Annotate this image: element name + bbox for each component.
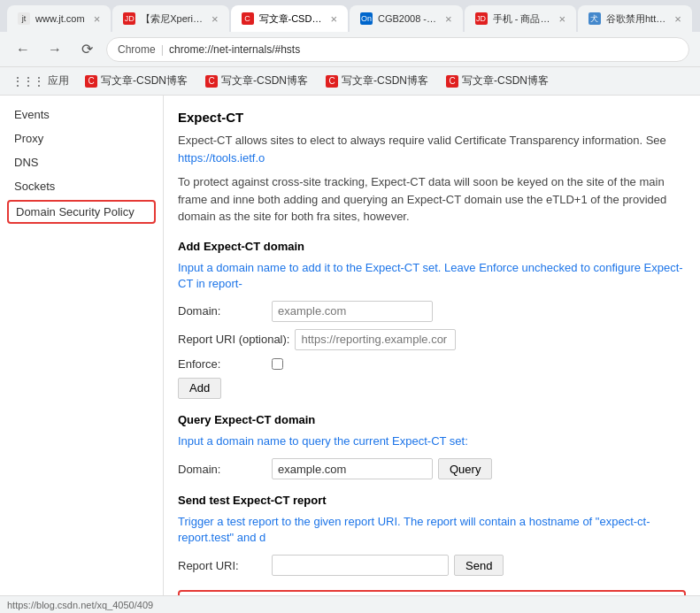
add-report-uri-input[interactable]: [295, 329, 456, 350]
url-text: chrome://net-internals/#hsts: [169, 43, 300, 56]
add-domain-row: Domain:: [178, 301, 686, 322]
address-bar: ← → ⟳ Chrome | chrome://net-internals/#h…: [0, 32, 700, 67]
query-domain-input[interactable]: [272, 458, 433, 479]
send-section-title: Send test Expect-CT report: [178, 494, 686, 507]
tab-bar: jtwww.jt.com×JD【索尼Xperi…×C写文章-CSD…×OnCGB…: [0, 0, 700, 32]
add-button[interactable]: Add: [178, 378, 221, 399]
sidebar: EventsProxyDNSSocketsDomain Security Pol…: [0, 96, 164, 595]
tab-cgb[interactable]: OnCGB2008 -…×: [350, 5, 463, 32]
main-panel: Expect-CT Expect-CT allows sites to elec…: [164, 96, 700, 595]
status-bar: https://blog.csdn.net/xq_4050/409: [0, 595, 700, 613]
address-input-box[interactable]: Chrome | chrome://net-internals/#hsts: [106, 37, 689, 62]
query-domain-row: Domain: Query: [178, 458, 686, 479]
bookmark-item-2[interactable]: C写文章-CSDN博客: [198, 72, 315, 90]
send-report-uri-label: Report URI:: [178, 559, 266, 572]
sidebar-item-sockets[interactable]: Sockets: [0, 174, 163, 198]
tab-jd2[interactable]: JD手机 - 商品…×: [465, 5, 576, 32]
add-button-row: Add: [178, 378, 686, 399]
refresh-button[interactable]: ⟳: [74, 37, 99, 62]
bookmark-item-4[interactable]: C写文章-CSDN博客: [439, 72, 556, 90]
query-section-title: Query Expect-CT domain: [178, 413, 686, 426]
query-domain-label: Domain:: [178, 463, 266, 476]
enforce-checkbox[interactable]: [272, 358, 283, 370]
enforce-row: Enforce:: [178, 357, 686, 371]
sidebar-item-events[interactable]: Events: [0, 103, 163, 126]
query-section-hint: Input a domain name to query the current…: [178, 433, 686, 449]
tab-csdn1[interactable]: C写文章-CSD…×: [231, 5, 348, 32]
status-text: https://blog.csdn.net/xq_4050/409: [7, 600, 153, 610]
add-domain-label: Domain:: [178, 304, 266, 318]
send-button[interactable]: Send: [454, 555, 504, 576]
browser-label: Chrome: [118, 43, 156, 56]
sidebar-item-proxy[interactable]: Proxy: [0, 126, 163, 150]
sidebar-item-dns[interactable]: DNS: [0, 150, 163, 174]
add-report-uri-label: Report URI (optional):: [178, 333, 289, 346]
back-button[interactable]: ←: [11, 37, 35, 62]
sidebar-item-domain-security-policy[interactable]: Domain Security Policy: [7, 200, 156, 224]
bookmark-item-3[interactable]: C写文章-CSDN博客: [319, 72, 435, 90]
tab-baidu[interactable]: 犬谷歌禁用htt…×: [578, 5, 692, 32]
browser-frame: jtwww.jt.com×JD【索尼Xperi…×C写文章-CSD…×OnCGB…: [0, 0, 700, 613]
add-section-title: Add Expect-CT domain: [178, 240, 686, 253]
bookmark-apps[interactable]: ⋮⋮⋮ 应用: [7, 72, 74, 90]
tab-jd1[interactable]: JD【索尼Xperi…×: [112, 5, 228, 32]
query-button[interactable]: Query: [438, 458, 492, 479]
bookmarks-bar: ⋮⋮⋮ 应用C写文章-CSDN博客C写文章-CSDN博客C写文章-CSDN博客C…: [0, 67, 700, 96]
expect-ct-title: Expect-CT: [178, 110, 686, 125]
expect-ct-desc: Expect-CT allows sites to elect to alway…: [178, 132, 686, 166]
ietf-link[interactable]: https://tools.ietf.o: [178, 151, 265, 165]
add-report-uri-row: Report URI (optional):: [178, 329, 686, 350]
send-report-uri-row: Report URI: Send: [178, 555, 686, 576]
address-divider: |: [161, 42, 164, 56]
tab-jt[interactable]: jtwww.jt.com×: [7, 5, 111, 32]
add-section-hint: Input a domain name to add it to the Exp…: [178, 260, 686, 292]
bookmark-item-1[interactable]: C写文章-CSDN博客: [78, 72, 195, 90]
expect-ct-warning: To protect against cross-site tracking, …: [178, 173, 686, 226]
add-domain-input[interactable]: [272, 301, 433, 322]
send-report-uri-input[interactable]: [272, 555, 449, 576]
send-section-hint: Trigger a test report to the given repor…: [178, 514, 686, 546]
enforce-label: Enforce:: [178, 357, 266, 371]
forward-button[interactable]: →: [42, 37, 67, 62]
content-area: EventsProxyDNSSocketsDomain Security Pol…: [0, 96, 700, 595]
